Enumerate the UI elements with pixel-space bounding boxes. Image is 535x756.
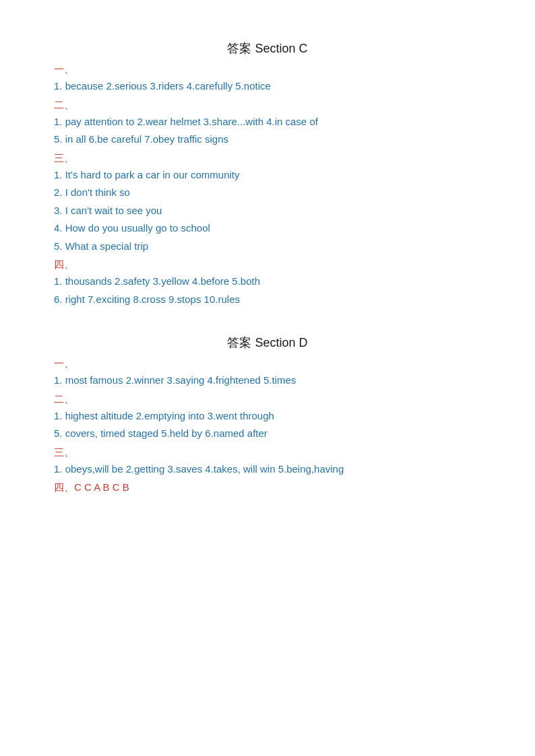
part-c-3-line-5: 5. What a special trip (54, 238, 481, 255)
part-c-1-num: 一、 (54, 63, 481, 76)
section-d-part-3: 三、 1. obeys,will be 2.getting 3.saves 4.… (54, 446, 481, 478)
part-d-1-line-1: 1. most famous 2.winner 3.saying 4.frigh… (54, 372, 481, 389)
section-d: 答案 Section D 一、 1. most famous 2.winner … (54, 335, 481, 494)
part-c-3-line-1: 1. It's hard to park a car in our commun… (54, 166, 481, 184)
part-d-3-line-1: 1. obeys,will be 2.getting 3.saves 4.tak… (54, 460, 481, 478)
section-c-title: 答案 Section C (54, 40, 481, 57)
part-d-3-num: 三、 (54, 446, 481, 459)
part-c-4-line-1: 1. thousands 2.safety 3.yellow 4.before … (54, 273, 481, 290)
part-d-1-num: 一、 (54, 357, 481, 370)
part-d-2-line-2: 5. covers, timed staged 5.held by 6.name… (54, 425, 481, 442)
section-c-part-1: 一、 1. because 2.serious 3.riders 4.caref… (54, 63, 481, 95)
part-c-3-num: 三、 (54, 152, 481, 165)
part-c-2-line-1: 1. pay attention to 2.wear helmet 3.shar… (54, 113, 481, 131)
section-c-part-4: 四、 1. thousands 2.safety 3.yellow 4.befo… (54, 259, 481, 308)
part-c-4-num: 四、 (54, 259, 481, 271)
part-c-2-line-2: 5. in all 6.be careful 7.obey traffic si… (54, 131, 481, 148)
part-d-2-num: 二、 (54, 393, 481, 406)
part-d-2-line-1: 1. highest altitude 2.emptying into 3.we… (54, 407, 481, 425)
section-d-part-1: 一、 1. most famous 2.winner 3.saying 4.fr… (54, 357, 481, 389)
part-c-1-line-1: 1. because 2.serious 3.riders 4.carefull… (54, 77, 481, 95)
section-d-title: 答案 Section D (54, 335, 481, 351)
part-c-3-line-2: 2. I don't think so (54, 184, 481, 201)
part-c-2-num: 二、 (54, 99, 481, 112)
part-d-4-num: 四、C C A B C B (54, 481, 481, 494)
part-c-3-line-3: 3. I can't wait to see you (54, 202, 481, 219)
section-c: 答案 Section C 一、 1. because 2.serious 3.r… (54, 40, 481, 308)
section-c-part-3: 三、 1. It's hard to park a car in our com… (54, 152, 481, 255)
part-c-4-line-2: 6. right 7.exciting 8.cross 9.stops 10.r… (54, 291, 481, 308)
part-c-3-line-4: 4. How do you usually go to school (54, 219, 481, 237)
section-c-part-2: 二、 1. pay attention to 2.wear helmet 3.s… (54, 99, 481, 148)
section-d-part-2: 二、 1. highest altitude 2.emptying into 3… (54, 393, 481, 442)
section-d-part-4: 四、C C A B C B (54, 481, 481, 494)
